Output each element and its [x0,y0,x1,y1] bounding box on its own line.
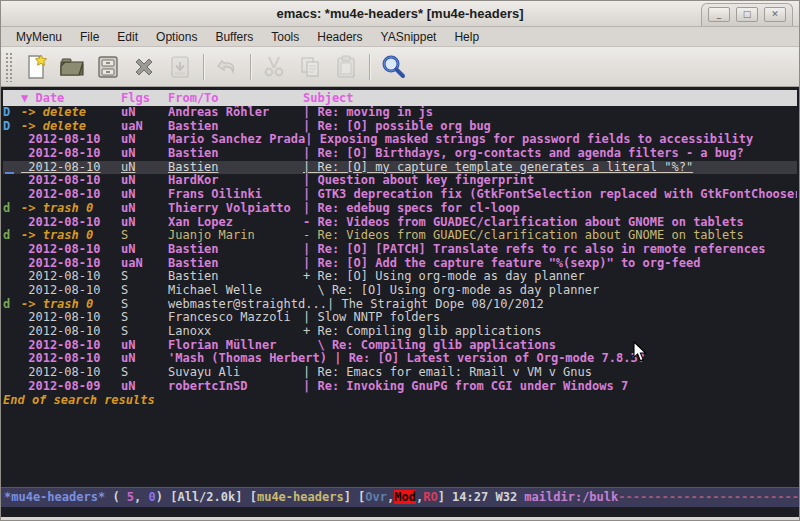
message-row[interactable]: 2012-08-10 uN Bastien | Re: [O] [PATCH] … [3,243,797,257]
minimize-button[interactable]: _ [708,7,730,22]
message-subject: | Re: Invoking GnuPG from CGI under Wind… [303,380,797,394]
message-row[interactable]: 2012-08-10 uN Frans Oilinki | GTK3 depre… [3,188,797,202]
message-list: D -> delete uN Andreas Röhler | Re: movi… [3,106,797,393]
subject-column-header[interactable]: Subject [303,90,797,106]
menu-item-file[interactable]: File [71,28,108,46]
message-mark [3,174,21,188]
message-date-or-action: -> delete [21,106,121,120]
message-from: HardKor [168,174,303,188]
message-from: Frans Oilinki [168,188,303,202]
from-column-header[interactable]: From/To [168,90,303,106]
message-from: Michael Welle [168,284,303,298]
message-from: webmaster@straightd... [168,298,327,312]
message-row[interactable]: 2012-08-10 uN Florian Müllner \ Re: Comp… [3,339,797,353]
echo-area[interactable] [1,507,799,517]
message-flags: S [121,366,168,380]
message-row[interactable]: 2012-08-09 uN robertcInSD | Re: Invoking… [3,380,797,394]
message-from: Andreas Röhler [168,106,303,120]
message-date-or-action: 2012-08-10 [21,188,121,202]
message-date-or-action: -> trash 0 [21,202,121,216]
modeline-segment: 5 [127,490,134,504]
message-row[interactable]: 2012-08-10 uN Bastien | Re: [O] Birthday… [3,147,797,161]
message-flags: uaN [121,120,168,134]
mode-line[interactable]: *mu4e-headers* ( 5, 0) [All/2.0k] [mu4e-… [1,487,799,507]
toolbar-drag-handle[interactable] [5,52,12,82]
search-icon[interactable] [375,51,411,83]
cut-icon [256,51,292,83]
message-from: Francesco Mazzoli [168,311,303,325]
message-subject: | Re: [O] Add the capture feature "%(sex… [303,257,797,271]
message-row[interactable]: d -> trash 0 S Juanjo Marin - Re: Videos… [3,229,797,243]
toolbar-separator [250,54,251,80]
save-as-icon [162,51,198,83]
headers-column-header: ▼ Date Flgs From/To Subject [3,90,797,106]
message-date-or-action: 2012-08-10 [21,311,121,325]
message-from: Bastien [168,147,303,161]
toolbar-separator [203,54,204,80]
message-subject: | GTK3 deprecation fix (GtkFontSelection… [303,188,797,202]
message-subject: | Re: [O] [PATCH] Translate refs to rc a… [303,243,797,257]
message-from: Bastien [168,270,303,284]
mark-column-header [3,90,21,106]
title-bar[interactable]: emacs: *mu4e-headers* [mu4e-headers] _ □… [1,1,799,27]
message-row[interactable]: 2012-08-10 S Suvayu Ali | Re: Emacs for … [3,366,797,380]
message-mark [3,284,21,298]
close-buffer-icon[interactable] [126,51,162,83]
open-folder-icon[interactable] [54,51,90,83]
message-row[interactable]: d -> trash 0 uN Thierry Volpiatto | Re: … [3,202,797,216]
modeline-segment: Ovr [365,490,387,504]
menu-item-yasnippet[interactable]: YASnippet [372,28,446,46]
message-subject: | Exposing masked strings for password f… [305,133,797,147]
close-button[interactable]: ✕ [764,7,786,22]
message-date-or-action: 2012-08-10 [21,133,121,147]
menu-item-buffers[interactable]: Buffers [206,28,262,46]
modeline-segment: Mod [394,490,416,504]
menu-item-edit[interactable]: Edit [108,28,147,46]
message-date-or-action: 2012-08-10 [21,243,121,257]
message-row[interactable]: D -> delete uN Andreas Röhler | Re: movi… [3,106,797,120]
menu-item-tools[interactable]: Tools [262,28,308,46]
message-row[interactable]: 2012-08-10 uN Bastien | Re: [O] my captu… [3,161,797,175]
message-flags: uN [121,202,168,216]
modeline-segment: 14:27 W32 [452,490,524,504]
message-flags: uaN [121,257,168,271]
message-mark: d [3,202,21,216]
message-subject: | Re: [O] Birthdays, org-contacts and ag… [303,147,797,161]
message-date-or-action: 2012-08-10 [21,339,121,353]
message-subject: | Re: [O] possible org bug [303,120,797,134]
message-flags: S [121,270,168,284]
undo-icon [209,51,245,83]
save-icon[interactable] [90,51,126,83]
modeline-segment: maildir:/bulk [524,490,618,504]
message-mark [3,366,21,380]
mu4e-headers-buffer[interactable]: ▼ Date Flgs From/To Subject D -> delete … [1,87,799,487]
message-date-or-action: -> delete [21,120,121,134]
menu-item-help[interactable]: Help [445,28,488,46]
message-row[interactable]: 2012-08-10 uN 'Mash (Thomas Herbert) | R… [3,352,797,366]
menu-item-options[interactable]: Options [147,28,206,46]
message-row[interactable]: 2012-08-10 uN Xan Lopez - Re: Videos fro… [3,216,797,230]
message-subject: - Re: Videos from GUADEC/clarification a… [303,216,797,230]
message-row[interactable]: 2012-08-10 uN HardKor | Question about k… [3,174,797,188]
message-row[interactable]: 2012-08-10 S Michael Welle \ Re: [O] Usi… [3,284,797,298]
date-column-header[interactable]: ▼ Date [21,90,121,106]
message-row[interactable]: 2012-08-10 uaN Bastien | Re: [O] Add the… [3,257,797,271]
modeline-segment: ----------------------------------------… [618,490,799,504]
menu-item-headers[interactable]: Headers [308,28,371,46]
menu-item-mymenu[interactable]: MyMenu [7,28,71,46]
message-from: Thierry Volpiatto [168,202,303,216]
modeline-segment: ] [438,490,452,504]
message-mark [3,311,21,325]
message-mark: d [3,229,21,243]
flags-column-header[interactable]: Flgs [121,90,168,106]
message-row[interactable]: 2012-08-10 uN Mario Sanchez Prada | Expo… [3,133,797,147]
message-row[interactable]: d -> trash 0 S webmaster@straightd... | … [3,298,797,312]
message-row[interactable]: 2012-08-10 S Bastien + Re: [O] Using org… [3,270,797,284]
message-row[interactable]: 2012-08-10 S Lanoxx + Re: Compiling glib… [3,325,797,339]
modeline-segment: 0 [149,490,156,504]
message-row[interactable]: 2012-08-10 S Francesco Mazzoli | Slow NN… [3,311,797,325]
new-file-icon[interactable] [18,51,54,83]
message-row[interactable]: D -> delete uaN Bastien | Re: [O] possib… [3,120,797,134]
maximize-button[interactable]: □ [736,7,758,22]
message-flags: uN [121,161,168,175]
